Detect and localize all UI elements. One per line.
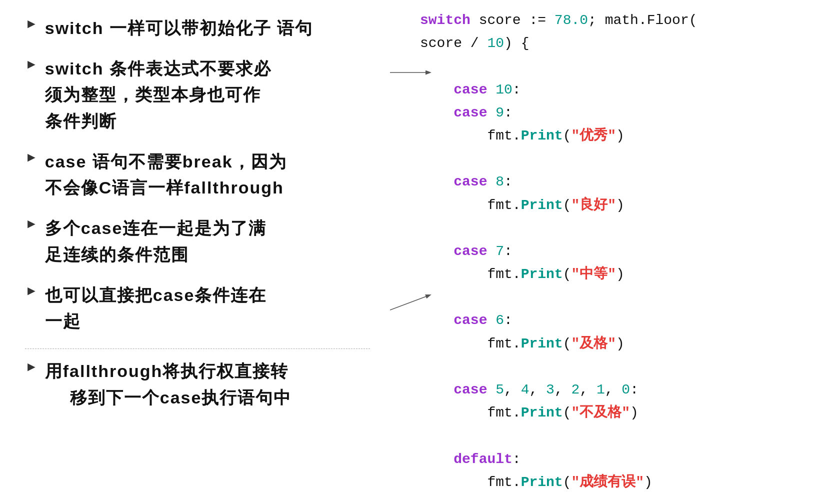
code-block: switch score := 78.0; math.Floor( score …: [420, 9, 789, 504]
code-line-default: default:: [420, 448, 789, 471]
bullet-item-6: ► 用fallthrough将执行权直接转: [25, 358, 370, 384]
code-line-blank7: [420, 494, 789, 504]
bullet-text-5: 也可以直接把case条件连在一起: [45, 282, 267, 334]
bullet-arrow-4: ►: [25, 217, 38, 230]
code-line-blank4: [420, 286, 789, 309]
bullet-item-3: ► case 语句不需要break，因为不会像C语言一样fallthrough: [25, 148, 370, 201]
code-line-case6: case 6:: [420, 309, 789, 332]
bullet-arrow-3: ►: [25, 150, 38, 164]
code-line-print4: fmt.Print("及格"): [420, 332, 789, 356]
separator-line: [25, 348, 370, 349]
bullet-arrow-2: ►: [25, 58, 38, 70]
code-line-case9: case 9:: [420, 102, 789, 124]
code-line-print1: fmt.Print("优秀"): [420, 124, 789, 148]
bullet-arrow-6: ►: [25, 360, 38, 373]
code-line-print5: fmt.Print("不及格"): [420, 402, 789, 424]
bullet-text-3: case 语句不需要break，因为不会像C语言一样fallthrough: [45, 148, 287, 201]
right-panel: switch score := 78.0; math.Floor( score …: [390, 0, 814, 504]
bullet-arrow-5: ►: [25, 284, 38, 297]
code-line-case8: case 8:: [420, 170, 789, 194]
bullet-item-5: ► 也可以直接把case条件连在一起: [25, 282, 370, 334]
code-line-case10: case 10:: [420, 78, 789, 102]
bullet-text-6: 用fallthrough将执行权直接转: [45, 358, 289, 384]
bullet-text-7: 移到下一个case执行语句中: [70, 384, 292, 411]
bullet-item-4: ► 多个case连在一起是为了满足连续的条件范围: [25, 215, 370, 268]
code-line-blank1: [420, 55, 789, 78]
code-line-case7: case 7:: [420, 240, 789, 263]
left-panel: ► switch 一样可以带初始化子 语句 ► switch 条件表达式不要求必…: [0, 0, 390, 504]
bullet-item-1: ► switch 一样可以带初始化子 语句: [25, 15, 370, 42]
bullet-arrow-1: ►: [25, 17, 38, 30]
bullet-text-4: 多个case连在一起是为了满足连续的条件范围: [45, 215, 267, 268]
code-line-blank5: [420, 356, 789, 378]
code-line-blank6: [420, 424, 789, 448]
code-line-blank3: [420, 217, 789, 240]
code-line-print6: fmt.Print("成绩有误"): [420, 471, 789, 494]
code-line-print3: fmt.Print("中等"): [420, 263, 789, 286]
code-line-print2: fmt.Print("良好"): [420, 194, 789, 217]
code-line-blank2: [420, 148, 789, 170]
code-line-header1: switch score := 78.0; math.Floor(: [420, 9, 789, 32]
code-line-case54321: case 5, 4, 3, 2, 1, 0:: [420, 378, 789, 402]
bullet-item-2: ► switch 条件表达式不要求必须为整型，类型本身也可作条件判断: [25, 56, 370, 134]
bullet-item-7: ► 移到下一个case执行语句中: [25, 384, 370, 411]
bullet-text-1: switch 一样可以带初始化子 语句: [45, 15, 314, 42]
bullet-text-2: switch 条件表达式不要求必须为整型，类型本身也可作条件判断: [45, 56, 272, 134]
code-line-header2: score / 10) {: [420, 32, 789, 55]
